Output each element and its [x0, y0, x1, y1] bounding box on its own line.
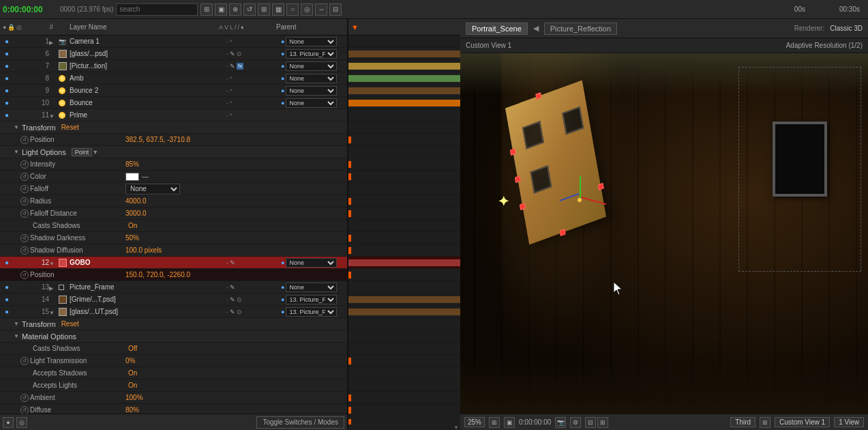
parent-select-13[interactable]: None — [286, 283, 337, 292]
ambient-switch-icon[interactable]: ↺ — [20, 394, 29, 402]
gobo-pos-value[interactable]: 150.0, 720.0, -2260.0 — [125, 271, 190, 278]
zoom-display[interactable]: 25% — [464, 417, 485, 427]
vp-btn-5[interactable]: ⊞ — [760, 417, 770, 428]
vp-btn-settings[interactable]: ⚙ — [570, 417, 581, 428]
layer-row-9[interactable]: ● 9 Bounce 2 -* ● None — [0, 85, 347, 97]
expand-transform-15[interactable]: ▼ — [14, 321, 19, 327]
vis-toggle-6[interactable]: ● — [1, 50, 12, 57]
color-swatch[interactable] — [125, 173, 139, 181]
expand-15[interactable]: ▼ — [49, 308, 59, 316]
layer-row-8[interactable]: ● 8 Amb -* ● None — [0, 72, 347, 85]
toggle-switches-btn[interactable]: Toggle Switches / Modes — [256, 416, 344, 429]
parent-select-14[interactable]: 13. Picture_F — [286, 295, 337, 304]
toolbar-icon-3[interactable]: ⊕ — [229, 3, 241, 16]
vis-toggle-7[interactable]: ● — [1, 62, 12, 70]
gobo-pos-switch-icon[interactable]: ↺ — [20, 271, 29, 279]
expand-1[interactable]: ▶ — [49, 38, 59, 46]
parent-select-9[interactable]: None — [286, 86, 337, 96]
intensity-switch-icon[interactable]: ↺ — [20, 160, 29, 169]
layers-scroll[interactable]: ● 1 ▶ 📷 Camera 1 -* ● None — [0, 35, 347, 414]
vp-btn-2[interactable]: ▣ — [504, 417, 515, 428]
shadow-darkness-value[interactable]: 50% — [125, 234, 139, 242]
radius-switch-icon[interactable]: ↺ — [20, 197, 29, 205]
falloff-dist-switch-icon[interactable]: ↺ — [20, 210, 29, 218]
intensity-value[interactable]: 85% — [125, 160, 139, 168]
expand-light[interactable]: ▼ — [14, 149, 19, 155]
light-type-btn[interactable]: Point — [72, 148, 93, 156]
vis-toggle-1[interactable]: ● — [1, 38, 12, 45]
layer-solo-all-btn[interactable]: ◎ — [16, 417, 27, 428]
layer-row-13[interactable]: ● 13 ▶ Picture_Frame -✎ ● None — [0, 281, 347, 293]
vp-btn-1[interactable]: ⊞ — [489, 417, 500, 428]
vp-btn-4[interactable]: ⊞ — [597, 417, 608, 428]
parent-select-6[interactable]: 13. Picture_F — [286, 49, 337, 59]
parent-select-1[interactable]: None — [286, 37, 337, 46]
mat-casts-shadows-value[interactable]: Off — [128, 345, 137, 352]
parent-select-8[interactable]: None — [286, 74, 337, 83]
viewport-canvas[interactable]: ✦ — [460, 53, 868, 414]
shadow-dark-switch-icon[interactable]: ↺ — [20, 234, 29, 242]
accepts-lights-value[interactable]: On — [128, 382, 137, 389]
layer-row-10[interactable]: ● 10 Bounce -* ● None — [0, 97, 347, 109]
falloff-dist-value[interactable]: 3000.0 — [125, 210, 147, 217]
vp-btn-camera[interactable]: 📷 — [555, 417, 566, 428]
custom-view-btn[interactable]: Custom View 1 — [775, 417, 830, 427]
vis-toggle-14[interactable]: ● — [1, 296, 12, 303]
expand-transform[interactable]: ▼ — [14, 124, 19, 130]
toolbar-icon-6[interactable]: ▦ — [272, 3, 284, 16]
light-trans-value[interactable]: 0% — [125, 357, 135, 364]
pos-switch-icon[interactable]: ↺ — [20, 136, 29, 144]
viewport-tab-1[interactable]: Portrait_Scene — [466, 23, 528, 35]
layer-row-7[interactable]: ● 7 [Pictur...tion] -✎ fx ● None — [0, 60, 347, 72]
vis-toggle-11[interactable]: ● — [1, 111, 12, 119]
expand-13[interactable]: ▶ — [49, 283, 59, 291]
casts-shadows-value[interactable]: On — [128, 222, 137, 229]
reset-transform-btn[interactable]: Reset — [61, 124, 79, 131]
vis-toggle-10[interactable]: ● — [1, 99, 12, 106]
shadow-diff-switch-icon[interactable]: ↺ — [20, 246, 29, 255]
toolbar-icon-4[interactable]: ↺ — [243, 3, 256, 16]
toolbar-icon-10[interactable]: ⊟ — [329, 3, 342, 16]
toolbar-icon-2[interactable]: ▣ — [215, 3, 227, 16]
parent-select-10[interactable]: None — [286, 98, 337, 108]
shadow-diffusion-value[interactable]: 100.0 pixels — [125, 246, 162, 254]
parent-select-15[interactable]: 13. Picture_F — [286, 307, 337, 317]
layer-new-btn[interactable]: ● — [3, 417, 14, 428]
position-value[interactable]: 382.5, 637.5, -3710.8 — [125, 136, 190, 143]
toolbar-icon-8[interactable]: ◎ — [301, 3, 313, 16]
falloff-dropdown[interactable]: NoneSmoothLinear — [125, 184, 180, 195]
vis-toggle-12[interactable]: ● — [1, 259, 12, 266]
search-input[interactable] — [116, 3, 198, 16]
ambient-value[interactable]: 100% — [125, 394, 143, 401]
viewport-tab-2[interactable]: Picture_Reflection — [544, 23, 617, 35]
parent-select-7[interactable]: None — [286, 61, 337, 71]
expand-12[interactable]: ▼ — [49, 259, 59, 267]
layer-row-12[interactable]: ● 12 ▼ GOBO -✎ ● None — [0, 257, 347, 269]
radius-value[interactable]: 4000.0 — [125, 197, 147, 205]
light-type-dropdown-icon[interactable]: ▼ — [92, 149, 98, 156]
expand-material[interactable]: ▼ — [14, 333, 19, 339]
layer-row-11[interactable]: ● 11 ▼ Prime -* — [0, 109, 347, 121]
vis-toggle-13[interactable]: ● — [1, 283, 12, 291]
toolbar-icon-1[interactable]: ⊞ — [200, 3, 213, 16]
vis-toggle-15[interactable]: ● — [1, 308, 12, 315]
vis-toggle-8[interactable]: ● — [1, 74, 12, 82]
diffuse-value[interactable]: 80% — [125, 406, 139, 414]
vp-btn-3[interactable]: ⊟ — [585, 417, 596, 428]
color-picker-icon[interactable]: — — [142, 173, 149, 180]
diffuse-switch-icon[interactable]: ↺ — [20, 406, 29, 414]
vis-toggle-9[interactable]: ● — [1, 87, 12, 94]
views-btn[interactable]: 1 View — [834, 417, 864, 427]
layer-row-15[interactable]: ● 15 ▼ [glass/...UT.psd] -✎ ⊙ ● 13. Pict… — [0, 306, 347, 318]
accepts-shadows-value[interactable]: On — [128, 369, 137, 377]
third-btn[interactable]: Third — [730, 417, 755, 427]
layer-row-14[interactable]: ● 14 [Grime/...T.psd] -✎ ⊙ ● 13. Picture… — [0, 293, 347, 306]
color-switch-icon[interactable]: ↺ — [20, 173, 29, 181]
toolbar-icon-5[interactable]: ⊞ — [258, 3, 270, 16]
expand-11[interactable]: ▼ — [49, 111, 59, 119]
falloff-switch-icon[interactable]: ↺ — [20, 185, 29, 193]
light-trans-switch-icon[interactable]: ↺ — [20, 357, 29, 365]
tl-playhead[interactable]: ▼ — [351, 23, 359, 31]
tl-scroll-btn[interactable]: ▼ — [348, 425, 460, 430]
toolbar-icon-7[interactable]: ○ — [286, 3, 299, 16]
